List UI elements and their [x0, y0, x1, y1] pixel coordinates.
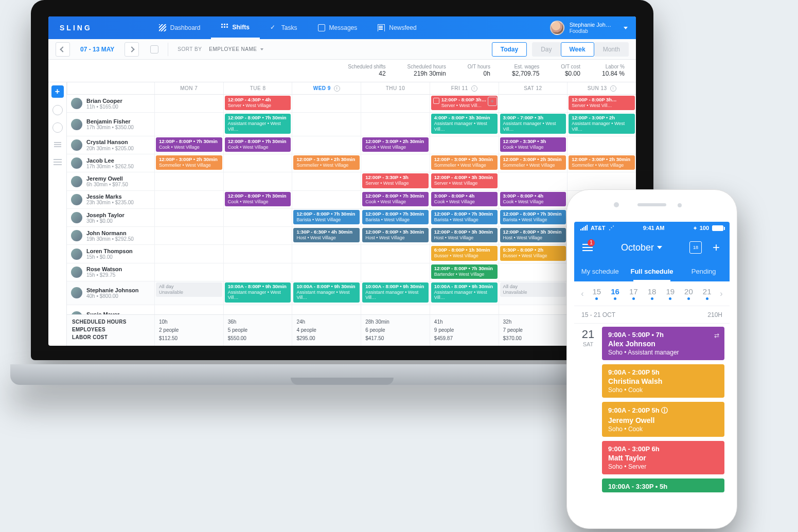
add-button[interactable]: + — [710, 241, 722, 254]
shift-cell[interactable]: 12:00P - 3:30P • 3hCook • West Village — [499, 136, 568, 154]
shift-cell[interactable]: 12:00P - 8:00P • 3h 30minHost • West Vil… — [430, 227, 499, 244]
shift-cell[interactable] — [154, 227, 223, 244]
prev-week-button[interactable] — [56, 42, 70, 57]
shift-block[interactable]: 12:00P - 3:00P • 2h 30minSommelier • Wes… — [569, 155, 635, 170]
shift-block[interactable]: 12:00P - 3:00P • 2hAssistant manager • W… — [569, 114, 635, 134]
day-19[interactable]: 19 — [661, 287, 680, 300]
shift-cell[interactable]: 12:00P - 8:00P • 7h 30minCook • West Vil… — [361, 191, 430, 208]
shift-cell[interactable]: 12:00P - 3:00P • 2h 30minSommelier • Wes… — [292, 154, 361, 172]
shift-cell[interactable]: 12:00P - 3:00P • 2h 30minSommelier • Wes… — [430, 154, 499, 172]
shift-cell[interactable]: 12:00P - 8:00P • 7h 30minAssistant manag… — [223, 113, 292, 136]
shift-checkbox[interactable] — [433, 98, 439, 104]
day-15[interactable]: 15 — [588, 287, 606, 300]
shift-cell[interactable]: 12:00P - 3:00P • 2h 30minSommelier • Wes… — [499, 154, 568, 172]
shift-cell[interactable] — [292, 245, 361, 262]
shift-cell[interactable] — [223, 209, 292, 226]
shift-cell[interactable] — [361, 305, 430, 314]
shift-block[interactable]: 12:00P - 3:30P • 3hCook • West Village — [500, 137, 566, 152]
shift-cell[interactable]: 12:00P - 3:00P • 2hAssistant manager • W… — [567, 113, 636, 136]
day-sat[interactable]: SAT 12 — [499, 82, 568, 94]
date-range[interactable]: 07 - 13 MAY — [77, 46, 117, 53]
phone-icon[interactable] — [52, 122, 63, 133]
shift-cell[interactable] — [292, 305, 361, 314]
nav-newsfeed[interactable]: Newsfeed — [367, 16, 427, 39]
employee-cell[interactable]: Rose Watson15h • $29.75 — [67, 263, 154, 281]
shift-cell[interactable]: 1:30P - 6:30P • 4h 30minHost • West Vill… — [292, 227, 361, 244]
shift-cell[interactable] — [154, 172, 223, 190]
shift-cell[interactable] — [223, 154, 292, 172]
shift-block[interactable]: 12:00P - 3:00P • 2h 30minSommelier • Wes… — [293, 155, 360, 170]
shift-cell[interactable] — [361, 95, 430, 112]
add-shift-button[interactable]: + — [51, 85, 64, 98]
shift-block[interactable]: 12:00P - 4:30P • 4hServer • West Village — [225, 96, 291, 110]
shift-block[interactable]: 12:00P - 8:00P 3h…Server • West Vill… — [569, 96, 635, 110]
shift-cell[interactable] — [361, 263, 430, 281]
shift-cell[interactable] — [292, 263, 361, 281]
shift-cell[interactable]: 12:00P - 8:00P • 7h 30minBarista • West … — [430, 209, 499, 226]
swap-icon[interactable]: ⇄ — [714, 332, 719, 339]
shift-block[interactable]: 12:00P - 8:00P • 3h 30minHost • West Vil… — [500, 228, 566, 242]
nav-shifts[interactable]: Shifts — [211, 16, 260, 39]
shift-cell[interactable] — [223, 305, 292, 314]
shift-block[interactable]: 3:00P - 7:00P • 3hAssistant manager • We… — [500, 114, 566, 134]
shift-cell[interactable] — [430, 136, 499, 154]
next-days-button[interactable]: › — [716, 289, 726, 298]
shift-cell[interactable] — [223, 245, 292, 262]
day-mon[interactable]: MON 7 — [154, 82, 223, 94]
shift-cell[interactable] — [154, 263, 223, 281]
day-sun[interactable]: SUN 13i — [567, 82, 636, 94]
shift-cell[interactable] — [223, 263, 292, 281]
shift-block[interactable]: 10:00A - 8:00P • 9h 30minAssistant manag… — [431, 282, 498, 303]
location-icon[interactable] — [52, 105, 63, 115]
shift-cell[interactable]: 10:00A - 8:00P • 9h 30minAssistant manag… — [430, 281, 499, 305]
shift-block[interactable]: 12:00P - 8:00P • 7h 30minCook • West Vil… — [156, 137, 222, 152]
day-tue[interactable]: TUE 8 — [223, 82, 292, 94]
employee-cell[interactable]: Susie Mayer0h • $0.00 — [67, 305, 154, 314]
shift-cell[interactable] — [154, 245, 223, 262]
shift-cell[interactable]: 12:00P - 8:00P 3h…Server • West Vill… + — [430, 95, 499, 112]
day-fri[interactable]: FRI 11i — [430, 82, 499, 94]
month-selector[interactable]: October — [621, 242, 662, 253]
shift-block[interactable]: 3:00P - 8:00P • 4hCook • West Village — [500, 192, 566, 206]
nav-tasks[interactable]: Tasks — [260, 16, 308, 39]
filter-icon[interactable] — [52, 157, 63, 168]
schedule-rows[interactable]: Brian Cooper11h • $165.00 12:00P - 4:30P… — [67, 95, 636, 314]
user-menu[interactable]: Stephanie Joh… Foodlab — [550, 21, 628, 35]
prev-days-button[interactable]: ‹ — [577, 289, 588, 298]
employee-cell[interactable]: Brian Cooper11h • $165.00 — [67, 95, 154, 112]
shift-cell[interactable]: 12:00P - 3:30P • 3hServer • West Village — [361, 172, 430, 190]
select-all-checkbox[interactable] — [150, 45, 158, 54]
day-view-button[interactable]: Day — [532, 42, 560, 57]
employee-cell[interactable]: Stephanie Johnson40h • $800.00 — [67, 281, 154, 305]
shift-cell[interactable] — [567, 172, 636, 190]
shift-cell[interactable]: All dayUnavailable — [154, 281, 223, 305]
shift-cell[interactable] — [292, 113, 361, 136]
phone-shift[interactable]: ⇄ 9:00A - 5:00P • 7h Alex Johnson Soho •… — [602, 327, 724, 360]
shift-block[interactable]: 4:00P - 8:00P • 3h 30minAssistant manage… — [431, 114, 498, 134]
shift-block[interactable]: 12:00P - 3:00P • 2h 30minSommelier • Wes… — [500, 155, 566, 170]
tab-my-schedule[interactable]: My schedule — [574, 261, 626, 281]
shift-cell[interactable] — [499, 172, 568, 190]
shift-cell[interactable]: 3:00P - 8:00P • 4hCook • West Village — [430, 191, 499, 208]
shift-block[interactable]: 12:00P - 8:00P • 7h 30minBarista • West … — [293, 210, 360, 224]
shift-block[interactable]: 12:00P - 8:00P • 7h 30minBarista • West … — [500, 210, 566, 224]
shift-cell[interactable]: 12:00P - 3:00P • 2h 30minCook • West Vil… — [361, 136, 430, 154]
shift-cell[interactable]: 12:00P - 4:30P • 4hServer • West Village — [223, 95, 292, 112]
shift-cell[interactable] — [499, 95, 568, 112]
shift-cell[interactable] — [292, 95, 361, 112]
shift-cell[interactable] — [361, 154, 430, 172]
day-20[interactable]: 20 — [680, 287, 698, 300]
shift-block[interactable]: 12:00P - 8:00P • 3h 30minHost • West Vil… — [431, 228, 498, 242]
shift-cell[interactable] — [154, 113, 223, 136]
list-icon[interactable] — [52, 140, 63, 150]
day-wed[interactable]: WED 9i — [292, 82, 361, 94]
day-thu[interactable]: THU 10 — [361, 82, 430, 94]
shift-block[interactable]: 12:00P - 3:30P • 3hServer • West Village — [362, 173, 429, 188]
shift-block[interactable]: 12:00P - 8:00P • 7h 30minBartender • Wes… — [431, 264, 498, 279]
shift-cell[interactable]: 12:00P - 8:00P • 7h 30minCook • West Vil… — [223, 136, 292, 154]
shift-cell[interactable]: 12:00P - 3:00P • 2h 30minSommelier • Wes… — [567, 154, 636, 172]
shift-cell[interactable]: 12:00P - 8:00P • 7h 30minBarista • West … — [361, 209, 430, 226]
shift-cell[interactable]: 10:00A - 8:00P • 9h 30minAssistant manag… — [223, 281, 292, 305]
shift-cell[interactable]: 12:00P - 8:00P 3h…Server • West Vill… — [567, 95, 636, 112]
tab-pending[interactable]: Pending — [678, 261, 730, 281]
